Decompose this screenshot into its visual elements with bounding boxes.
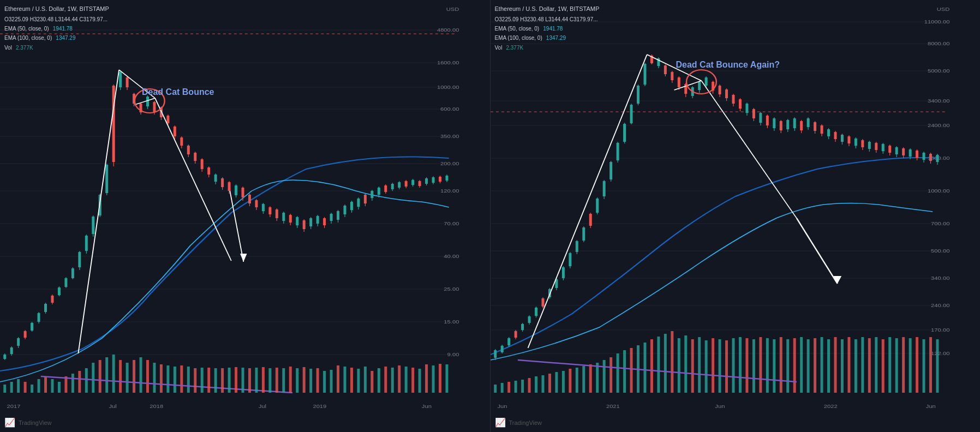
svg-rect-73 bbox=[398, 365, 401, 393]
svg-text:120.00: 120.00 bbox=[440, 188, 459, 194]
svg-rect-162 bbox=[276, 209, 278, 218]
svg-rect-283 bbox=[691, 339, 694, 393]
svg-rect-38 bbox=[166, 365, 169, 393]
svg-text:700.00: 700.00 bbox=[931, 221, 950, 226]
svg-rect-281 bbox=[677, 338, 680, 393]
svg-rect-160 bbox=[268, 207, 271, 214]
left-vol-label: Vol bbox=[4, 45, 12, 51]
svg-rect-106 bbox=[85, 236, 88, 251]
svg-rect-272 bbox=[616, 353, 619, 393]
svg-rect-51 bbox=[248, 368, 251, 393]
svg-rect-21 bbox=[51, 379, 53, 393]
svg-rect-334 bbox=[535, 308, 537, 316]
svg-rect-311 bbox=[881, 339, 884, 393]
svg-rect-16 bbox=[17, 379, 20, 393]
svg-rect-144 bbox=[214, 175, 217, 182]
svg-rect-158 bbox=[262, 204, 265, 211]
svg-rect-352 bbox=[596, 199, 599, 213]
right-ema50-row: EMA (50, close, 0) 1941.78 bbox=[495, 24, 600, 34]
svg-text:2018: 2018 bbox=[150, 404, 163, 409]
right-chart-title: Ethereum / U.S. Dollar, 1W, BITSTAMP bbox=[495, 4, 600, 14]
svg-text:25.00: 25.00 bbox=[444, 286, 459, 292]
svg-rect-136 bbox=[187, 146, 190, 154]
svg-rect-308 bbox=[861, 337, 864, 393]
svg-rect-29 bbox=[105, 357, 108, 393]
svg-rect-276 bbox=[643, 343, 646, 393]
svg-rect-154 bbox=[248, 195, 251, 203]
svg-text:Jun: Jun bbox=[715, 404, 725, 409]
svg-rect-168 bbox=[296, 217, 298, 225]
svg-rect-116 bbox=[119, 72, 122, 87]
svg-rect-266 bbox=[575, 368, 578, 393]
svg-rect-304 bbox=[834, 337, 836, 393]
svg-rect-94 bbox=[44, 304, 47, 312]
svg-rect-309 bbox=[868, 338, 870, 393]
svg-rect-306 bbox=[847, 337, 850, 393]
svg-rect-255 bbox=[500, 383, 503, 393]
svg-rect-394 bbox=[738, 99, 741, 109]
svg-rect-55 bbox=[276, 368, 278, 393]
svg-rect-400 bbox=[759, 113, 762, 123]
svg-rect-372 bbox=[664, 65, 666, 74]
svg-rect-285 bbox=[704, 340, 707, 393]
svg-text:8000.00: 8000.00 bbox=[927, 41, 949, 46]
svg-rect-301 bbox=[814, 338, 816, 393]
svg-rect-390 bbox=[725, 89, 728, 98]
svg-rect-140 bbox=[201, 159, 204, 169]
left-ema100-row: EMA (100, close, 0) 1347.29 bbox=[4, 33, 109, 43]
svg-rect-80 bbox=[445, 364, 448, 393]
svg-rect-307 bbox=[854, 339, 857, 393]
svg-rect-416 bbox=[814, 122, 816, 131]
svg-text:170.00: 170.00 bbox=[931, 327, 950, 333]
svg-rect-17 bbox=[24, 382, 27, 393]
svg-rect-444 bbox=[909, 149, 911, 157]
svg-rect-278 bbox=[657, 337, 660, 393]
svg-rect-78 bbox=[432, 365, 435, 393]
svg-rect-440 bbox=[895, 147, 898, 154]
svg-rect-77 bbox=[425, 364, 428, 393]
svg-rect-49 bbox=[235, 367, 237, 393]
svg-rect-398 bbox=[752, 109, 755, 118]
svg-rect-178 bbox=[330, 214, 333, 221]
svg-rect-102 bbox=[71, 268, 74, 278]
left-chart-info: Ethereum / U.S. Dollar, 1W, BITSTAMP O32… bbox=[4, 4, 109, 52]
svg-rect-182 bbox=[343, 206, 346, 214]
svg-text:1600.00: 1600.00 bbox=[927, 155, 949, 161]
svg-rect-442 bbox=[902, 148, 905, 155]
svg-rect-96 bbox=[51, 296, 53, 303]
svg-rect-198 bbox=[398, 182, 401, 188]
svg-rect-406 bbox=[779, 121, 782, 130]
svg-rect-446 bbox=[916, 151, 918, 158]
svg-rect-305 bbox=[840, 339, 843, 393]
svg-rect-44 bbox=[201, 368, 204, 393]
svg-rect-314 bbox=[902, 337, 905, 393]
svg-text:3400.00: 3400.00 bbox=[927, 98, 949, 104]
svg-rect-418 bbox=[820, 125, 823, 134]
svg-rect-166 bbox=[289, 215, 292, 223]
svg-rect-265 bbox=[569, 369, 571, 393]
svg-rect-318 bbox=[929, 337, 932, 393]
svg-rect-284 bbox=[698, 337, 701, 393]
svg-rect-256 bbox=[507, 382, 510, 393]
svg-rect-19 bbox=[38, 379, 40, 393]
svg-rect-84 bbox=[10, 347, 13, 354]
left-ema50-row: EMA (50, close, 0) 1941.78 bbox=[4, 24, 109, 34]
svg-rect-358 bbox=[616, 143, 619, 160]
svg-rect-282 bbox=[684, 335, 687, 393]
svg-rect-180 bbox=[337, 211, 339, 220]
svg-rect-69 bbox=[371, 371, 373, 393]
svg-rect-14 bbox=[3, 385, 6, 393]
svg-rect-271 bbox=[609, 357, 612, 393]
svg-rect-303 bbox=[827, 339, 830, 393]
svg-rect-22 bbox=[58, 382, 61, 393]
right-ema50-value: 1941.78 bbox=[543, 26, 563, 32]
svg-rect-57 bbox=[289, 367, 292, 393]
svg-rect-26 bbox=[85, 368, 88, 393]
svg-rect-258 bbox=[521, 380, 524, 393]
svg-rect-67 bbox=[357, 369, 360, 393]
tv-text-right: TradingView bbox=[509, 419, 542, 426]
svg-rect-290 bbox=[738, 337, 741, 393]
svg-rect-286 bbox=[712, 338, 714, 393]
svg-rect-277 bbox=[650, 339, 653, 393]
svg-rect-257 bbox=[514, 381, 517, 393]
